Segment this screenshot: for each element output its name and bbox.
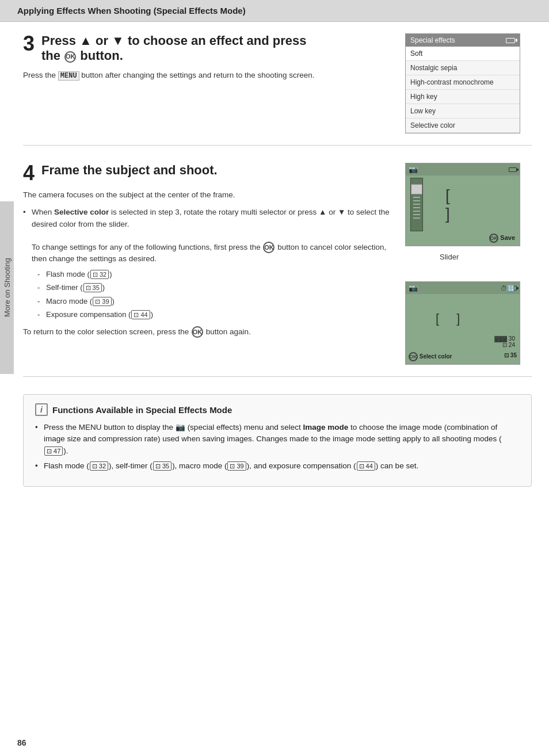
step4-right: 📷 bbox=[405, 163, 532, 365]
slider-mark bbox=[413, 200, 420, 201]
lcd-top-bar-1: 📷 bbox=[406, 163, 520, 175]
bracket-symbol-1: [ ] bbox=[445, 186, 480, 223]
counter-line1: ▓▓▓ 30 bbox=[494, 335, 515, 342]
note-ref-35: ⊡ 35 bbox=[153, 461, 171, 471]
ok-circle-icon: OK bbox=[489, 234, 498, 243]
triangle-up-2-icon bbox=[319, 208, 326, 216]
step4-number: 4 bbox=[23, 163, 35, 184]
sub-exposure: Exposure compensation (⊡ 44) bbox=[37, 309, 396, 320]
step3-right: Special effects Soft Nostalgic sepia Hig… bbox=[405, 33, 532, 133]
ref-47: ⊡ 47 bbox=[44, 446, 63, 456]
effect-nostalgic-sepia[interactable]: Nostalgic sepia bbox=[406, 61, 520, 75]
header-title: Applying Effects When Shooting (Special … bbox=[17, 6, 246, 16]
note-ref-39: ⊡ 39 bbox=[227, 461, 246, 471]
step4-return-text: To return to the color selection screen,… bbox=[23, 326, 396, 338]
menu-label-note: MENU bbox=[79, 423, 102, 432]
slider-mark bbox=[413, 211, 420, 212]
note-ref-44: ⊡ 44 bbox=[357, 461, 375, 471]
slider-mark bbox=[413, 204, 420, 205]
battery-icon bbox=[506, 38, 515, 43]
lcd-cam-icon-1: 📷 bbox=[409, 165, 418, 174]
lcd-screen-1: 📷 bbox=[405, 163, 520, 246]
step4-body: The camera focuses on the subject at the… bbox=[23, 189, 396, 338]
lcd-bracket-1: [ ] bbox=[445, 192, 480, 217]
step3-title: 3 Press or to choose an effect and press… bbox=[23, 33, 394, 64]
lcd-screen-2: 📷 ⏱🔢 [ ] ▓▓▓ 30 ⊡ 24 bbox=[405, 281, 520, 365]
sub-flash-mode: Flash mode (⊡ 32) bbox=[37, 269, 396, 280]
step3-left: 3 Press or to choose an effect and press… bbox=[23, 33, 405, 133]
note-bullets: Press the MENU button to display the 📷 (… bbox=[35, 422, 520, 472]
bullet-selective-color: When Selective color is selected in step… bbox=[23, 207, 396, 320]
ref-35: ⊡ 35 bbox=[83, 283, 102, 292]
step3-body: Press the MENU button after changing the… bbox=[23, 70, 394, 81]
slider-mark bbox=[413, 197, 420, 198]
ref-39: ⊡ 39 bbox=[93, 297, 111, 306]
sub-self-timer: Self-timer (⊡ 35) bbox=[37, 282, 396, 293]
note-title: Functions Available in Special Effects M… bbox=[52, 405, 232, 415]
step4-title: 4 Frame the subject and shoot. bbox=[23, 163, 396, 184]
ok-cancel-icon: OK bbox=[263, 242, 274, 253]
lcd-cam-icon-2: 📷 bbox=[409, 284, 418, 292]
effects-panel-title: Special effects bbox=[410, 36, 455, 44]
selective-color-bold: Selective color bbox=[54, 208, 109, 216]
step3-section: 3 Press or to choose an effect and press… bbox=[23, 33, 532, 146]
ok-select-label: OK Select color bbox=[409, 352, 452, 361]
page-number: 86 bbox=[17, 738, 26, 747]
slider-thumb bbox=[411, 184, 422, 194]
ref-32: ⊡ 32 bbox=[90, 270, 109, 279]
note-icon: i bbox=[35, 403, 48, 416]
ok-button-icon: OK bbox=[64, 51, 76, 63]
special-effects-icon-ref: 📷 bbox=[176, 423, 185, 432]
sub-list: Flash mode (⊡ 32) Self-timer (⊡ 35) Macr… bbox=[37, 269, 396, 320]
effects-panel-header: Special effects bbox=[406, 34, 520, 47]
triangle-up-icon bbox=[79, 33, 92, 48]
effect-low-key[interactable]: Low key bbox=[406, 104, 520, 119]
note-bullet-2: Flash mode (⊡ 32), self-timer (⊡ 35), ma… bbox=[35, 460, 520, 472]
step3-number: 3 bbox=[23, 33, 35, 54]
ok-select-icon: OK bbox=[409, 352, 418, 361]
slider-mark bbox=[413, 214, 420, 215]
triangle-down-icon bbox=[112, 33, 124, 48]
ref-44: ⊡ 44 bbox=[131, 310, 150, 319]
ok-return-icon: OK bbox=[192, 326, 203, 338]
ref-indicator: ⊡ 35 bbox=[504, 352, 517, 361]
slider-label: Slider bbox=[440, 253, 459, 261]
step4-section: 4 Frame the subject and shoot. The camer… bbox=[23, 163, 532, 377]
lcd2-icons: ⏱🔢 bbox=[501, 285, 515, 292]
effect-high-key[interactable]: High key bbox=[406, 90, 520, 104]
note-section: i Functions Available in Special Effects… bbox=[23, 394, 532, 487]
lcd-battery-1 bbox=[509, 167, 517, 172]
side-label: More on Shooting bbox=[0, 201, 14, 374]
step4-content: 4 Frame the subject and shoot. The camer… bbox=[23, 163, 532, 365]
lcd2-counter: ▓▓▓ 30 ⊡ 24 bbox=[494, 335, 515, 348]
step4-para1: The camera focuses on the subject at the… bbox=[23, 189, 396, 201]
self-timer-icon: ⏱🔢 bbox=[501, 285, 515, 292]
effect-selective-color[interactable]: Selective color bbox=[406, 119, 520, 133]
ok-save-button: OK Save bbox=[489, 234, 515, 243]
effect-high-contrast[interactable]: High-contrast monochrome bbox=[406, 75, 520, 90]
effects-panel: Special effects Soft Nostalgic sepia Hig… bbox=[405, 33, 520, 133]
menu-label: MENU bbox=[58, 71, 79, 81]
slider-marks bbox=[411, 197, 422, 219]
triangle-down-2-icon bbox=[338, 208, 345, 216]
sub-macro-mode: Macro mode (⊡ 39) bbox=[37, 296, 396, 307]
note-bullet-1: Press the MENU button to display the 📷 (… bbox=[35, 422, 520, 457]
slider-bar bbox=[410, 178, 423, 231]
note-header: i Functions Available in Special Effects… bbox=[35, 403, 520, 416]
step4-bullets: When Selective color is selected in step… bbox=[23, 207, 396, 320]
lcd2-bracket: [ ] bbox=[436, 311, 467, 326]
step4-left: 4 Frame the subject and shoot. The camer… bbox=[23, 163, 405, 365]
effect-soft[interactable]: Soft bbox=[406, 47, 520, 61]
slider-container: 📷 bbox=[405, 163, 532, 261]
lcd2-bottom-bar: OK Select color ⊡ 35 bbox=[409, 352, 517, 361]
slider-mark bbox=[413, 217, 420, 219]
image-mode-bold: Image mode bbox=[303, 423, 348, 432]
counter-line2: ⊡ 24 bbox=[494, 342, 515, 348]
page-header: Applying Effects When Shooting (Special … bbox=[0, 0, 549, 22]
slider-mark bbox=[413, 207, 420, 208]
note-ref-32: ⊡ 32 bbox=[90, 461, 108, 471]
